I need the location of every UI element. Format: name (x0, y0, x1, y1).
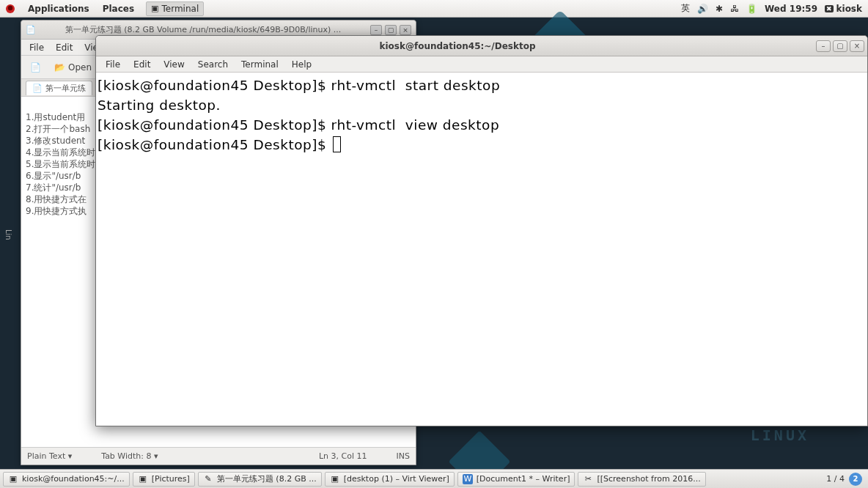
open-icon: 📂 (54, 62, 65, 73)
term-line: [kiosk@foundation45 Desktop]$ (98, 137, 331, 152)
task-label: [Document1 * – Writer] (477, 474, 570, 484)
task-virtviewer[interactable]: ▣[desktop (1) – Virt Viewer] (325, 472, 455, 487)
wallpaper-text: LINUX (751, 426, 809, 444)
desktop-label: Lin (0, 147, 16, 322)
maximize-button[interactable]: ▢ (385, 25, 397, 35)
document-icon: 📄 (26, 25, 36, 34)
tab-label: 第一单元练 (45, 83, 86, 94)
top-panel: Applications Places ▣ Terminal 英 🔊 ✱ 🖧 🔋… (0, 0, 868, 18)
gedit-tab[interactable]: 📄 第一单元练 (26, 81, 92, 95)
tabwidth-selector[interactable]: Tab Width: 8 ▾ (101, 451, 158, 461)
writer-icon: W (463, 474, 473, 484)
activities-icon[interactable] (3, 1, 18, 16)
term-line: Starting desktop. (98, 97, 221, 113)
workspace-indicator[interactable]: 2 (849, 473, 862, 486)
new-button[interactable]: 📄 (26, 60, 45, 75)
gedit-statusbar: Plain Text ▾ Tab Width: 8 ▾ Ln 3, Col 11… (21, 447, 416, 465)
menu-edit[interactable]: Edit (127, 58, 157, 71)
menu-help[interactable]: Help (285, 58, 318, 71)
task-gedit[interactable]: ✎第一单元练习题 (8.2 GB ... (198, 472, 322, 487)
gedit-title: 第一单元练习题 (8.2 GB Volume /run/media/kiosk/… (36, 24, 370, 35)
menu-edit[interactable]: Edit (51, 41, 78, 54)
volume-icon[interactable]: 🔊 (697, 4, 708, 14)
task-label: [Pictures] (152, 474, 190, 484)
minimize-button[interactable]: – (816, 40, 831, 52)
user-menu[interactable]: ✖ kiosk (825, 4, 862, 14)
editor-icon: ✎ (203, 474, 213, 484)
maximize-button[interactable]: ▢ (833, 40, 847, 52)
taskbar: ▣kiosk@foundation45:~/... ▣[Pictures] ✎第… (0, 469, 868, 488)
new-icon: 📄 (30, 62, 41, 73)
menu-terminal[interactable]: Terminal (235, 58, 285, 71)
applications-menu[interactable]: Applications (22, 1, 95, 16)
cursor-position: Ln 3, Col 11 (319, 451, 367, 461)
task-pictures[interactable]: ▣[Pictures] (133, 472, 195, 487)
term-line: [kiosk@foundation45 Desktop]$ rht-vmctl … (98, 78, 500, 93)
task-label: 第一单元练习题 (8.2 GB ... (217, 473, 317, 484)
clock[interactable]: Wed 19:59 (765, 4, 817, 14)
terminal-title: kiosk@foundation45:~/Desktop (99, 41, 816, 51)
menu-file[interactable]: File (24, 41, 49, 54)
workspace-label[interactable]: 1 / 4 (826, 474, 845, 484)
terminal-icon: ▣ (8, 474, 18, 484)
syntax-selector[interactable]: Plain Text ▾ (27, 451, 72, 461)
svg-point-1 (8, 5, 12, 10)
open-button[interactable]: 📂Open (50, 60, 96, 75)
menu-search[interactable]: Search (191, 58, 235, 71)
terminal-titlebar[interactable]: kiosk@foundation45:~/Desktop – ▢ × (96, 36, 867, 56)
user-icon: ✖ (825, 5, 834, 12)
battery-icon[interactable]: 🔋 (746, 4, 757, 14)
vm-icon: ▣ (330, 474, 340, 484)
close-button[interactable]: × (850, 40, 864, 52)
task-label: [[Screenshot from 2016... (597, 474, 700, 484)
task-label: kiosk@foundation45:~/... (22, 474, 125, 484)
cursor (333, 136, 341, 152)
tab-icon: 📄 (32, 84, 43, 93)
menu-view[interactable]: View (157, 58, 191, 71)
close-button[interactable]: × (400, 25, 411, 35)
gimp-icon: ✂ (583, 474, 593, 484)
files-icon: ▣ (138, 474, 148, 484)
task-screenshot[interactable]: ✂[[Screenshot from 2016... (578, 472, 705, 487)
ime-indicator[interactable]: 英 (681, 2, 690, 15)
open-label: Open (68, 62, 92, 73)
minimize-button[interactable]: – (370, 25, 382, 35)
terminal-output[interactable]: [kiosk@foundation45 Desktop]$ rht-vmctl … (96, 73, 867, 426)
task-writer[interactable]: W[Document1 * – Writer] (457, 472, 575, 487)
active-app-label: Terminal (162, 4, 199, 14)
terminal-icon: ▣ (151, 4, 158, 13)
task-label: [desktop (1) – Virt Viewer] (344, 474, 449, 484)
user-label: kiosk (836, 4, 862, 14)
network-icon[interactable]: 🖧 (730, 4, 739, 14)
menu-file[interactable]: File (99, 58, 127, 71)
insert-mode: INS (397, 451, 410, 461)
task-terminal[interactable]: ▣kiosk@foundation45:~/... (3, 472, 130, 487)
terminal-menubar: File Edit View Search Terminal Help (96, 56, 867, 73)
active-app-indicator[interactable]: ▣ Terminal (146, 1, 204, 16)
places-menu[interactable]: Places (97, 1, 140, 16)
bluetooth-icon[interactable]: ✱ (716, 4, 723, 14)
term-line: [kiosk@foundation45 Desktop]$ rht-vmctl … (98, 117, 499, 133)
terminal-window: kiosk@foundation45:~/Desktop – ▢ × File … (95, 35, 868, 426)
